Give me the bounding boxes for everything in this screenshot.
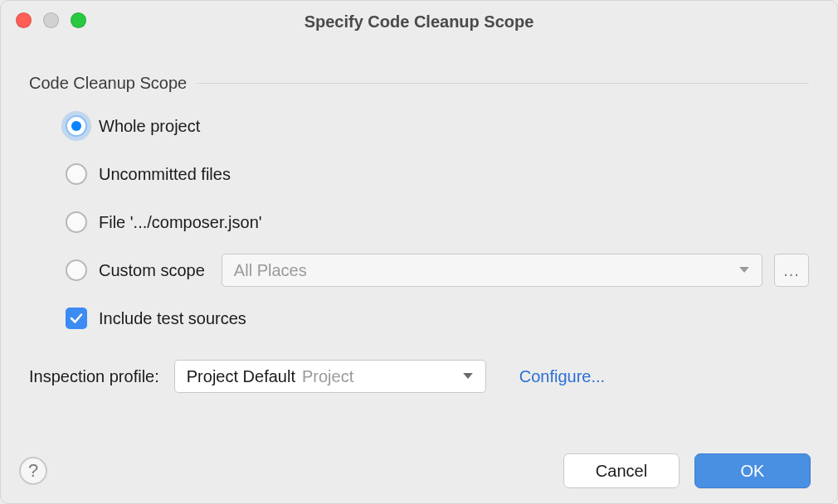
titlebar: Specify Code Cleanup Scope	[1, 1, 837, 37]
ok-button[interactable]: OK	[694, 453, 811, 488]
button-label: OK	[741, 462, 765, 481]
custom-scope-select[interactable]: All Places	[222, 254, 762, 287]
zoom-window-button[interactable]	[71, 12, 86, 28]
dialog-footer: ? Cancel OK	[19, 453, 811, 488]
cancel-button[interactable]: Cancel	[563, 453, 680, 488]
radio-label: Whole project	[99, 117, 200, 136]
checkmark-icon	[69, 311, 84, 326]
section-title: Code Cleanup Scope	[29, 74, 197, 93]
close-window-button[interactable]	[16, 12, 32, 28]
window-title: Specify Code Cleanup Scope	[1, 12, 837, 32]
radio-custom-scope[interactable]	[66, 259, 87, 281]
radio-label: Uncommitted files	[99, 165, 231, 184]
scope-option-whole-project[interactable]: Whole project	[66, 113, 809, 139]
inspection-profile-value: Project Default	[187, 367, 295, 386]
inspection-profile-row: Inspection profile: Project Default Proj…	[29, 360, 809, 393]
ellipsis-label: ...	[783, 261, 800, 280]
configure-link[interactable]: Configure...	[519, 367, 605, 386]
chevron-down-icon	[738, 261, 750, 280]
radio-label: Custom scope	[99, 261, 205, 280]
custom-scope-browse-button[interactable]: ...	[774, 254, 809, 287]
dialog-content: Code Cleanup Scope Whole project Uncommi…	[1, 37, 837, 393]
checkbox-label: Include test sources	[99, 309, 246, 328]
dialog-window: Specify Code Cleanup Scope Code Cleanup …	[0, 0, 838, 504]
radio-whole-project[interactable]	[66, 115, 87, 137]
inspection-profile-label: Inspection profile:	[29, 367, 159, 386]
scope-option-uncommitted-files[interactable]: Uncommitted files	[66, 161, 809, 187]
section-header: Code Cleanup Scope	[29, 74, 809, 93]
radio-file[interactable]	[66, 211, 87, 233]
inspection-profile-sub: Project	[302, 367, 353, 386]
traffic-lights	[16, 12, 86, 28]
radio-label: File '.../composer.json'	[99, 213, 262, 232]
scope-option-file[interactable]: File '.../composer.json'	[66, 209, 809, 235]
inspection-profile-select[interactable]: Project Default Project	[174, 360, 486, 393]
include-test-sources-checkbox[interactable]	[66, 308, 87, 329]
include-test-sources-row[interactable]: Include test sources	[66, 305, 809, 332]
help-icon: ?	[28, 460, 38, 482]
scope-option-custom[interactable]: Custom scope All Places ...	[66, 257, 809, 284]
button-label: Cancel	[596, 462, 647, 481]
divider	[197, 83, 809, 84]
chevron-down-icon	[462, 367, 474, 386]
minimize-window-button	[43, 12, 59, 28]
help-button[interactable]: ?	[19, 457, 47, 485]
custom-scope-value: All Places	[234, 261, 307, 280]
radio-uncommitted-files[interactable]	[66, 163, 87, 185]
